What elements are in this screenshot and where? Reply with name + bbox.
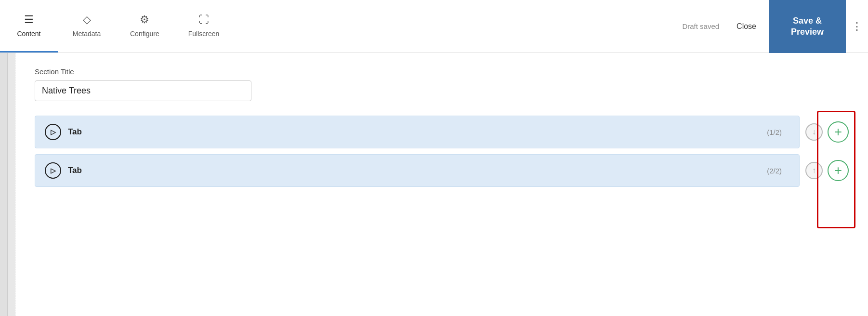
move-up-icon: ↑ [812, 166, 816, 175]
tab-fullscreen-label: Fullscreen [188, 30, 220, 38]
add-icon-2: + [834, 163, 842, 178]
add-icon-1: + [834, 124, 842, 140]
tab-content[interactable]: ☰ Content [0, 0, 58, 53]
tab-1-expand-icon[interactable]: ▷ [45, 124, 61, 140]
tab-2-actions: ↑ + [805, 160, 849, 181]
tab-2-add-button[interactable]: + [828, 160, 849, 181]
tab-row-2[interactable]: ▷ Tab (2/2) [35, 154, 800, 187]
tab-2-expand-icon[interactable]: ▷ [45, 162, 61, 179]
tab-configure[interactable]: ⚙ Configure [116, 0, 174, 53]
metadata-icon: ◇ [83, 13, 91, 26]
fullscreen-icon: ⛶ [198, 13, 209, 26]
content-panel: Section Title ▷ Tab (1/2) ↓ [15, 53, 868, 316]
more-icon: ⋮ [852, 20, 862, 33]
tab-row-1-wrapper: ▷ Tab (1/2) ↓ + [35, 116, 849, 148]
toolbar-right: Draft saved Close [682, 0, 769, 53]
tab-metadata[interactable]: ◇ Metadata [58, 0, 116, 53]
content-icon: ☰ [24, 13, 34, 26]
save-preview-button[interactable]: Save &Preview [769, 0, 846, 53]
draft-saved-status: Draft saved [682, 22, 719, 30]
tab-1-actions: ↓ + [805, 121, 849, 143]
move-down-icon: ↓ [812, 128, 816, 136]
tab-row-2-wrapper: ▷ Tab (2/2) ↑ + [35, 154, 849, 187]
close-button[interactable]: Close [729, 18, 764, 35]
tab-1-count: (1/2) [767, 128, 782, 136]
sidebar-strip-1 [0, 53, 8, 316]
tabs-outer: ▷ Tab (1/2) ↓ + [35, 116, 849, 193]
sidebar-strip-2 [8, 53, 15, 316]
save-preview-label: Save &Preview [791, 15, 824, 38]
tab-2-move-up-button[interactable]: ↑ [805, 162, 823, 179]
tab-configure-label: Configure [130, 30, 159, 38]
tab-fullscreen[interactable]: ⛶ Fullscreen [174, 0, 234, 53]
tabs-list: ▷ Tab (1/2) ↓ + [35, 116, 849, 193]
tab-1-label: Tab [68, 127, 767, 137]
main-area: Section Title ▷ Tab (1/2) ↓ [0, 53, 868, 316]
more-options-button[interactable]: ⋮ [846, 0, 868, 53]
section-title-label: Section Title [35, 67, 849, 76]
tab-metadata-label: Metadata [73, 30, 101, 38]
tab-1-move-down-button[interactable]: ↓ [805, 123, 823, 141]
tab-1-add-button[interactable]: + [828, 121, 849, 143]
tab-row-1[interactable]: ▷ Tab (1/2) [35, 116, 800, 148]
tab-content-label: Content [17, 30, 40, 38]
section-title-input[interactable] [35, 80, 251, 101]
configure-icon: ⚙ [140, 13, 149, 26]
tab-2-count: (2/2) [767, 167, 782, 175]
toolbar: ☰ Content ◇ Metadata ⚙ Configure ⛶ Fulls… [0, 0, 868, 53]
tab-2-label: Tab [68, 166, 767, 175]
